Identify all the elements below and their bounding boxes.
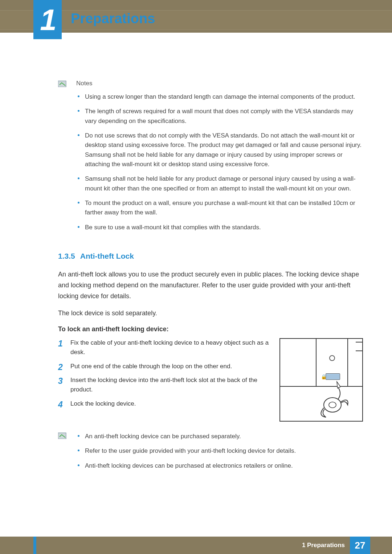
footer-label: 1 Preparations: [302, 542, 345, 549]
svg-rect-0: [58, 81, 66, 87]
note-icon: [58, 432, 72, 476]
chapter-title: Preparations: [71, 11, 155, 26]
svg-point-2: [329, 402, 336, 408]
step-item: Lock the locking device.: [58, 399, 271, 409]
note-item: Anti-theft locking devices can be purcha…: [85, 461, 363, 471]
footer-page-number: 27: [350, 537, 370, 554]
step-item: Insert the locking device into the anti-…: [58, 376, 271, 395]
chapter-tab: 1: [33, 0, 62, 39]
notes-block: Notes Using a screw longer than the stan…: [58, 80, 363, 237]
note-item: To mount the product on a wall, ensure y…: [85, 198, 363, 218]
lock-diagram: 🔒: [279, 338, 363, 422]
page-content: Notes Using a screw longer than the stan…: [58, 80, 363, 490]
note-item: The length of screws required for a wall…: [85, 107, 363, 126]
step-item: Fix the cable of your anti-theft locking…: [58, 338, 271, 357]
note-item: Refer to the user guide provided with yo…: [85, 446, 363, 456]
steps-heading: To lock an anti-theft locking device:: [58, 325, 363, 333]
note-item: Samsung shall not be held liable for any…: [85, 174, 363, 193]
note-icon: [58, 80, 72, 237]
steps-list: Fix the cable of your anti-theft locking…: [58, 338, 271, 409]
notes-block-2: An anti-theft locking device can be purc…: [58, 432, 363, 476]
note-item: Do not use screws that do not comply wit…: [85, 131, 363, 169]
svg-rect-3: [58, 433, 66, 439]
section-number: 1.3.5: [58, 252, 75, 260]
section-paragraph: An anti-theft lock allows you to use the…: [58, 269, 363, 301]
footer: 1 Preparations 27: [0, 537, 392, 554]
note-item: Using a screw longer than the standard l…: [85, 92, 363, 102]
section-heading: 1.3.5Anti-theft Lock: [58, 252, 363, 260]
chapter-number: 1: [33, 3, 62, 37]
note-item: An anti-theft locking device can be purc…: [85, 432, 363, 441]
notes-list: Using a screw longer than the standard l…: [76, 92, 363, 232]
notes-label: Notes: [76, 80, 363, 87]
step-item: Put one end of the cable through the loo…: [58, 362, 271, 371]
footer-accent: [33, 537, 36, 554]
section-title: Anti-theft Lock: [80, 252, 134, 260]
note-item: Be sure to use a wall-mount kit that com…: [85, 223, 363, 232]
notes-list-2: An anti-theft locking device can be purc…: [76, 432, 363, 471]
section-paragraph: The lock device is sold separately.: [58, 308, 363, 319]
